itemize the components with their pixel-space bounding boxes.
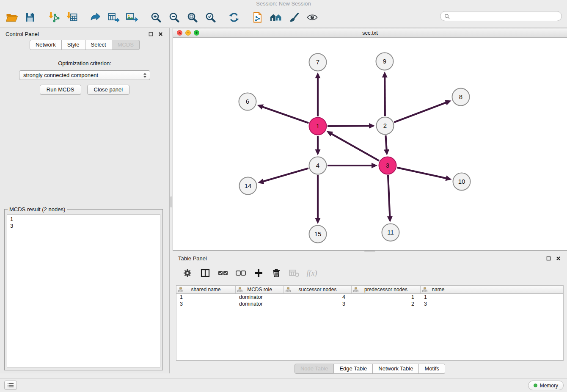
add-column-button[interactable] (250, 265, 267, 281)
memory-button[interactable]: Memory (528, 381, 564, 390)
cell-predecessor-nodes[interactable]: 2 (352, 301, 421, 307)
graph-node-3[interactable]: 3 (379, 157, 396, 174)
splitter-grip[interactable] (170, 196, 172, 207)
column-header-mcds-role[interactable]: MCDS role (236, 286, 284, 293)
graph-edge-1-7[interactable] (315, 72, 321, 116)
window-minimize-button[interactable] (185, 30, 191, 36)
mcds-result-list[interactable]: 1 3 (7, 214, 160, 367)
close-panel-icon[interactable] (157, 31, 164, 37)
tab-motifs[interactable]: Motifs (419, 364, 445, 374)
optimization-select-value: strongly connected component (23, 72, 98, 78)
task-history-button[interactable] (4, 381, 17, 390)
graph-edge-4-3[interactable] (328, 163, 377, 168)
graph-edge-2-3[interactable] (384, 135, 389, 155)
cell-successor-nodes[interactable]: 4 (284, 294, 352, 300)
import-table-button[interactable] (63, 8, 81, 26)
zoom-selected-button[interactable] (201, 8, 219, 26)
zoom-in-button[interactable] (146, 8, 165, 26)
import-network-button[interactable] (44, 8, 63, 26)
show-columns-button[interactable] (197, 265, 213, 281)
graph-edge-3-11[interactable] (387, 175, 393, 222)
select-all-columns-button[interactable] (215, 265, 231, 281)
cell-name[interactable]: 1 (421, 294, 456, 300)
float-panel-icon[interactable] (148, 31, 154, 37)
window-close-button[interactable] (177, 30, 182, 36)
table-body: 1dominator4113dominator323 (176, 294, 563, 307)
graph-node-10[interactable]: 10 (453, 173, 471, 190)
close-panel-button[interactable]: Close panel (87, 85, 130, 95)
network-canvas[interactable]: 7968124314101511 (173, 38, 567, 250)
tab-network-table[interactable]: Network Table (373, 364, 419, 374)
tab-style[interactable]: Style (62, 40, 85, 50)
graph-edge-3-10[interactable] (397, 168, 451, 181)
delete-table-button[interactable] (286, 265, 302, 281)
unselect-all-columns-button[interactable] (233, 265, 249, 281)
tab-edge-table[interactable]: Edge Table (334, 364, 373, 374)
cell-shared-name[interactable]: 3 (176, 301, 236, 307)
network-window-titlebar[interactable]: scc.txt (173, 28, 567, 38)
export-table-button[interactable] (105, 8, 123, 26)
graph-node-6[interactable]: 6 (239, 93, 256, 110)
window-zoom-button[interactable] (194, 30, 199, 36)
graph-edge-4-15[interactable] (315, 175, 321, 224)
graph-node-14[interactable]: 14 (239, 177, 257, 195)
graph-node-7[interactable]: 7 (309, 54, 327, 71)
clone-network-button[interactable] (248, 8, 267, 26)
search-box[interactable] (440, 11, 562, 21)
cell-predecessor-nodes[interactable]: 1 (352, 294, 421, 300)
tab-network[interactable]: Network (30, 40, 62, 50)
open-session-button[interactable] (3, 8, 21, 26)
column-header-shared-name[interactable]: shared name (176, 286, 236, 293)
graph-node-1[interactable]: 1 (309, 118, 327, 135)
optimization-select[interactable]: strongly connected component (19, 70, 150, 80)
app-titlebar[interactable]: Session: New Session (0, 0, 567, 7)
zoom-out-button[interactable] (165, 8, 183, 26)
function-builder-button[interactable]: f(x) (304, 265, 320, 281)
show-graphics-details-button[interactable] (303, 8, 321, 26)
graph-edge-4-14[interactable] (258, 168, 308, 184)
save-session-button[interactable] (21, 8, 39, 26)
refresh-network-button[interactable] (225, 8, 243, 26)
home-view-button[interactable] (267, 8, 285, 26)
apply-style-button[interactable] (285, 8, 303, 26)
node-label: 3 (386, 162, 389, 169)
run-mcds-button[interactable]: Run MCDS (40, 85, 81, 95)
tab-mcds[interactable]: MCDS (112, 40, 140, 50)
search-input[interactable] (452, 13, 558, 19)
gear-icon (182, 268, 193, 278)
export-table-icon (107, 12, 120, 23)
zoom-fit-button[interactable] (183, 8, 201, 26)
graph-node-15[interactable]: 15 (309, 226, 327, 243)
column-header-successor-nodes[interactable]: successor nodes (284, 286, 352, 293)
graph-node-4[interactable]: 4 (309, 157, 327, 174)
cell-mcds-role[interactable]: dominator (236, 301, 284, 307)
cell-shared-name[interactable]: 1 (176, 294, 236, 300)
export-network-button[interactable] (86, 8, 105, 26)
graph-edge-1-2[interactable] (328, 123, 375, 129)
graph-edge-2-8[interactable] (394, 100, 451, 122)
column-header-predecessor-nodes[interactable]: predecessor nodes (352, 286, 421, 293)
graph-edge-1-6[interactable] (257, 104, 309, 123)
graph-edge-1-4[interactable] (315, 136, 321, 155)
tab-node-table[interactable]: Node Table (295, 364, 334, 374)
float-table-panel-icon[interactable] (545, 255, 552, 262)
graph-node-2[interactable]: 2 (377, 117, 394, 135)
export-image-button[interactable] (123, 8, 141, 26)
graph-edge-3-1[interactable] (327, 131, 379, 161)
cell-successor-nodes[interactable]: 3 (284, 301, 352, 307)
graph-node-8[interactable]: 8 (452, 88, 470, 106)
delete-columns-button[interactable] (268, 265, 284, 281)
column-header-name[interactable]: name (421, 286, 456, 293)
cell-mcds-role[interactable]: dominator (236, 294, 284, 300)
table-settings-button[interactable] (179, 265, 195, 281)
graph-node-11[interactable]: 11 (382, 224, 399, 241)
graph-edge-2-9[interactable] (382, 72, 388, 116)
tab-select[interactable]: Select (85, 40, 112, 50)
table-row[interactable]: 3dominator323 (176, 301, 563, 307)
vertical-splitter[interactable] (170, 28, 173, 378)
graph-node-9[interactable]: 9 (376, 53, 394, 70)
close-table-panel-icon[interactable] (555, 255, 561, 262)
table-row[interactable]: 1dominator411 (176, 294, 563, 301)
cell-name[interactable]: 3 (421, 301, 456, 307)
app-title: Session: New Session (256, 0, 311, 7)
